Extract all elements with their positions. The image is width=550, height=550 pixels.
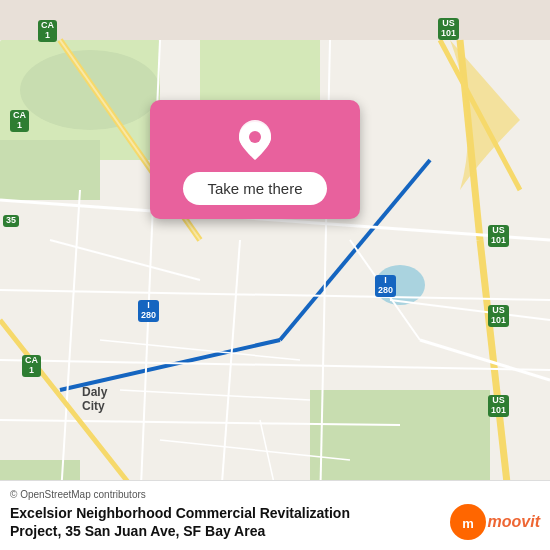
city-label-daly-city: DalyCity — [82, 385, 107, 413]
shield-i280-left: I280 — [138, 300, 159, 322]
moovit-text-label: moovit — [488, 513, 540, 531]
shield-ca1-bottom: CA1 — [22, 355, 41, 377]
shield-ca1-mid-left: CA1 — [10, 110, 29, 132]
shield-us101-top-right: US101 — [438, 18, 459, 40]
shield-ca1-top-left: CA1 — [38, 20, 57, 42]
svg-point-4 — [20, 50, 160, 130]
take-me-there-button[interactable]: Take me there — [183, 172, 326, 205]
shield-i280-mid: I280 — [375, 275, 396, 297]
shield-35-left: 35 — [3, 215, 19, 227]
popup-overlay: Take me there — [150, 100, 360, 219]
svg-rect-5 — [310, 390, 490, 490]
shield-us101-bottom-right: US101 — [488, 395, 509, 417]
bottom-info-bar: © OpenStreetMap contributors Excelsior N… — [0, 480, 550, 550]
shield-us101-mid-right: US101 — [488, 225, 509, 247]
map-pin-icon — [233, 118, 277, 162]
moovit-logo: m moovit — [450, 504, 540, 540]
svg-point-34 — [249, 131, 261, 143]
map-container: CA1 CA1 35 CA1 US101 US101 US101 US101 I… — [0, 0, 550, 550]
shield-us101-lower-right: US101 — [488, 305, 509, 327]
osm-credit: © OpenStreetMap contributors — [10, 489, 540, 500]
svg-rect-2 — [0, 140, 100, 200]
location-title: Excelsior Neighborhood Commercial Revita… — [10, 504, 400, 540]
map-svg — [0, 0, 550, 550]
moovit-icon: m — [450, 504, 486, 540]
svg-text:m: m — [462, 516, 474, 531]
